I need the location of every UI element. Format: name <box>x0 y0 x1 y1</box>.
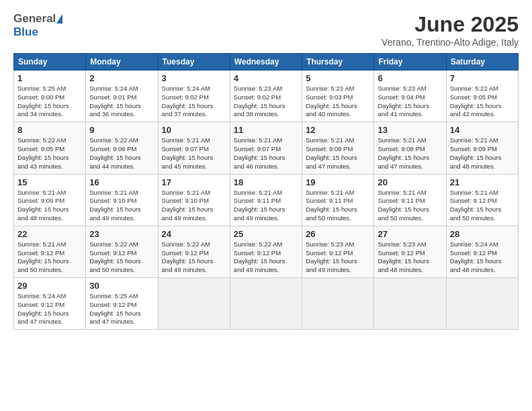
day-info: Sunrise: 5:21 AM Sunset: 9:09 PM Dayligh… <box>450 136 515 171</box>
day-number: 22 <box>17 229 82 239</box>
day-number: 15 <box>17 177 82 187</box>
day-number: 12 <box>306 125 370 135</box>
table-row <box>230 278 302 330</box>
col-saturday: Saturday <box>446 54 518 71</box>
table-row: 10Sunrise: 5:21 AM Sunset: 9:07 PM Dayli… <box>158 122 230 174</box>
table-row: 29Sunrise: 5:24 AM Sunset: 9:12 PM Dayli… <box>14 278 86 330</box>
day-info: Sunrise: 5:23 AM Sunset: 9:12 PM Dayligh… <box>306 240 370 275</box>
table-row: 3Sunrise: 5:24 AM Sunset: 9:02 PM Daylig… <box>158 71 230 122</box>
table-row: 30Sunrise: 5:25 AM Sunset: 9:12 PM Dayli… <box>86 278 158 330</box>
day-number: 8 <box>17 125 82 135</box>
table-row: 8Sunrise: 5:22 AM Sunset: 9:05 PM Daylig… <box>14 122 86 174</box>
header: General Blue June 2025 Verano, Trentino-… <box>13 12 519 48</box>
day-info: Sunrise: 5:23 AM Sunset: 9:04 PM Dayligh… <box>378 85 442 119</box>
day-info: Sunrise: 5:24 AM Sunset: 9:12 PM Dayligh… <box>17 292 82 326</box>
day-number: 4 <box>234 73 298 83</box>
month-title: June 2025 <box>382 12 519 37</box>
table-row: 21Sunrise: 5:21 AM Sunset: 9:12 PM Dayli… <box>446 174 518 226</box>
day-info: Sunrise: 5:22 AM Sunset: 9:05 PM Dayligh… <box>450 85 515 119</box>
table-row: 23Sunrise: 5:22 AM Sunset: 9:12 PM Dayli… <box>86 226 158 277</box>
day-info: Sunrise: 5:21 AM Sunset: 9:10 PM Dayligh… <box>89 189 154 223</box>
day-number: 5 <box>306 73 370 83</box>
logo-general: General <box>13 12 56 26</box>
col-tuesday: Tuesday <box>158 54 230 71</box>
table-row: 4Sunrise: 5:23 AM Sunset: 9:02 PM Daylig… <box>230 71 302 122</box>
day-info: Sunrise: 5:21 AM Sunset: 9:11 PM Dayligh… <box>234 189 298 223</box>
day-number: 1 <box>17 73 82 83</box>
day-number: 26 <box>306 229 370 239</box>
table-row <box>374 278 446 330</box>
day-info: Sunrise: 5:21 AM Sunset: 9:12 PM Dayligh… <box>17 240 82 275</box>
table-row: 16Sunrise: 5:21 AM Sunset: 9:10 PM Dayli… <box>86 174 158 226</box>
day-number: 9 <box>89 125 154 135</box>
table-row: 24Sunrise: 5:22 AM Sunset: 9:12 PM Dayli… <box>158 226 230 277</box>
day-number: 18 <box>234 177 298 187</box>
table-row: 13Sunrise: 5:21 AM Sunset: 9:08 PM Dayli… <box>374 122 446 174</box>
day-info: Sunrise: 5:22 AM Sunset: 9:12 PM Dayligh… <box>162 240 226 275</box>
table-row: 27Sunrise: 5:23 AM Sunset: 9:12 PM Dayli… <box>374 226 446 277</box>
day-number: 28 <box>450 229 515 239</box>
table-row <box>302 278 374 330</box>
day-number: 2 <box>89 73 154 83</box>
day-info: Sunrise: 5:22 AM Sunset: 9:05 PM Dayligh… <box>17 136 82 171</box>
table-row: 18Sunrise: 5:21 AM Sunset: 9:11 PM Dayli… <box>230 174 302 226</box>
day-number: 25 <box>234 229 298 239</box>
col-thursday: Thursday <box>302 54 374 71</box>
day-number: 3 <box>162 73 226 83</box>
table-row: 12Sunrise: 5:21 AM Sunset: 9:08 PM Dayli… <box>302 122 374 174</box>
day-number: 16 <box>89 177 154 187</box>
day-number: 14 <box>450 125 515 135</box>
page: General Blue June 2025 Verano, Trentino-… <box>0 0 532 411</box>
calendar-week-row: 15Sunrise: 5:21 AM Sunset: 9:09 PM Dayli… <box>14 174 519 226</box>
table-row: 2Sunrise: 5:24 AM Sunset: 9:01 PM Daylig… <box>86 71 158 122</box>
day-info: Sunrise: 5:21 AM Sunset: 9:09 PM Dayligh… <box>17 189 82 223</box>
table-row: 17Sunrise: 5:21 AM Sunset: 9:10 PM Dayli… <box>158 174 230 226</box>
day-number: 27 <box>378 229 442 239</box>
table-row: 22Sunrise: 5:21 AM Sunset: 9:12 PM Dayli… <box>14 226 86 277</box>
day-info: Sunrise: 5:23 AM Sunset: 9:03 PM Dayligh… <box>306 85 370 119</box>
table-row: 1Sunrise: 5:25 AM Sunset: 9:00 PM Daylig… <box>14 71 86 122</box>
table-row: 28Sunrise: 5:24 AM Sunset: 9:12 PM Dayli… <box>446 226 518 277</box>
day-info: Sunrise: 5:24 AM Sunset: 9:01 PM Dayligh… <box>89 85 154 119</box>
calendar-header-row: Sunday Monday Tuesday Wednesday Thursday… <box>14 54 519 71</box>
col-wednesday: Wednesday <box>230 54 302 71</box>
table-row <box>158 278 230 330</box>
day-info: Sunrise: 5:21 AM Sunset: 9:08 PM Dayligh… <box>306 136 370 171</box>
calendar-week-row: 22Sunrise: 5:21 AM Sunset: 9:12 PM Dayli… <box>14 226 519 277</box>
day-number: 13 <box>378 125 442 135</box>
col-monday: Monday <box>86 54 158 71</box>
day-number: 10 <box>162 125 226 135</box>
title-section: June 2025 Verano, Trentino-Alto Adige, I… <box>382 12 519 48</box>
table-row: 11Sunrise: 5:21 AM Sunset: 9:07 PM Dayli… <box>230 122 302 174</box>
day-info: Sunrise: 5:21 AM Sunset: 9:11 PM Dayligh… <box>306 189 370 223</box>
day-number: 20 <box>378 177 442 187</box>
day-info: Sunrise: 5:22 AM Sunset: 9:06 PM Dayligh… <box>89 136 154 171</box>
col-sunday: Sunday <box>14 54 86 71</box>
logo-triangle-icon <box>56 14 62 24</box>
day-number: 23 <box>89 229 154 239</box>
col-friday: Friday <box>374 54 446 71</box>
day-info: Sunrise: 5:21 AM Sunset: 9:07 PM Dayligh… <box>162 136 226 171</box>
calendar-week-row: 29Sunrise: 5:24 AM Sunset: 9:12 PM Dayli… <box>14 278 519 330</box>
table-row: 15Sunrise: 5:21 AM Sunset: 9:09 PM Dayli… <box>14 174 86 226</box>
day-number: 29 <box>17 281 82 291</box>
day-info: Sunrise: 5:22 AM Sunset: 9:12 PM Dayligh… <box>89 240 154 275</box>
table-row: 7Sunrise: 5:22 AM Sunset: 9:05 PM Daylig… <box>446 71 518 122</box>
day-info: Sunrise: 5:25 AM Sunset: 9:12 PM Dayligh… <box>89 292 154 326</box>
day-info: Sunrise: 5:21 AM Sunset: 9:10 PM Dayligh… <box>162 189 226 223</box>
calendar-week-row: 8Sunrise: 5:22 AM Sunset: 9:05 PM Daylig… <box>14 122 519 174</box>
day-number: 7 <box>450 73 515 83</box>
day-number: 30 <box>89 281 154 291</box>
day-info: Sunrise: 5:23 AM Sunset: 9:02 PM Dayligh… <box>234 85 298 119</box>
day-number: 21 <box>450 177 515 187</box>
table-row: 20Sunrise: 5:21 AM Sunset: 9:11 PM Dayli… <box>374 174 446 226</box>
table-row: 14Sunrise: 5:21 AM Sunset: 9:09 PM Dayli… <box>446 122 518 174</box>
logo: General Blue <box>13 12 62 39</box>
logo-blue: Blue <box>13 26 38 39</box>
day-number: 19 <box>306 177 370 187</box>
day-info: Sunrise: 5:24 AM Sunset: 9:02 PM Dayligh… <box>162 85 226 119</box>
table-row: 5Sunrise: 5:23 AM Sunset: 9:03 PM Daylig… <box>302 71 374 122</box>
day-info: Sunrise: 5:22 AM Sunset: 9:12 PM Dayligh… <box>234 240 298 275</box>
day-info: Sunrise: 5:25 AM Sunset: 9:00 PM Dayligh… <box>17 85 82 119</box>
day-info: Sunrise: 5:21 AM Sunset: 9:11 PM Dayligh… <box>378 189 442 223</box>
